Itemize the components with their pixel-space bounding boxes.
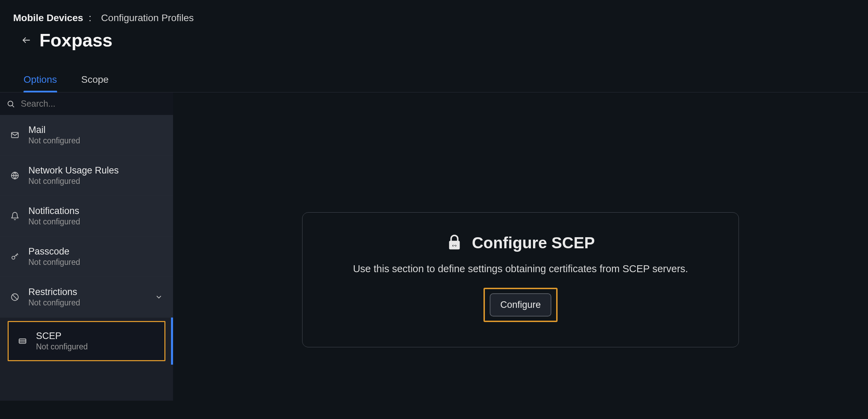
breadcrumb-separator: : <box>89 12 91 24</box>
sidebar-item-notifications[interactable]: Notifications Not configured <box>0 196 173 237</box>
sidebar-item-mail[interactable]: Mail Not configured <box>0 115 173 155</box>
card-description: Use this section to define settings obta… <box>323 262 718 276</box>
bell-icon <box>10 212 19 221</box>
sidebar-item-sub: Not configured <box>28 258 163 267</box>
sidebar-item-scep[interactable]: SCEP Not configured <box>8 321 165 361</box>
sidebar-item-title: Mail <box>28 125 163 135</box>
svg-line-11 <box>12 295 17 300</box>
sidebar-item-text: SCEP Not configured <box>36 331 155 351</box>
breadcrumb-leaf[interactable]: Configuration Profiles <box>101 12 194 24</box>
sidebar-item-passcode[interactable]: Passcode Not configured <box>0 237 173 277</box>
sidebar: Mail Not configured Network Usage Rules … <box>0 92 173 401</box>
sidebar-item-title: Restrictions <box>28 287 146 297</box>
svg-line-8 <box>17 254 18 255</box>
svg-point-1 <box>8 101 13 106</box>
sidebar-item-sub: Not configured <box>28 217 163 226</box>
svg-line-9 <box>16 255 17 256</box>
chevron-down-icon[interactable] <box>155 293 163 301</box>
svg-text:‹·›: ‹·› <box>452 243 457 248</box>
configure-button-highlight: Configure <box>483 288 557 322</box>
content: Mail Not configured Network Usage Rules … <box>0 92 868 401</box>
mail-icon <box>10 131 19 140</box>
sidebar-item-sub: Not configured <box>28 136 163 145</box>
config-card: ‹·› Configure SCEP Use this section to d… <box>302 212 739 347</box>
tabbar: Options Scope <box>0 68 868 92</box>
card-icon <box>18 337 27 346</box>
sidebar-item-sub: Not configured <box>28 177 163 186</box>
card-title: Configure SCEP <box>472 233 595 252</box>
block-icon <box>10 293 19 302</box>
svg-rect-12 <box>19 339 26 344</box>
main-panel: ‹·› Configure SCEP Use this section to d… <box>173 92 868 401</box>
sidebar-item-sub: Not configured <box>36 342 155 351</box>
globe-icon <box>10 171 19 180</box>
tab-options[interactable]: Options <box>24 68 57 92</box>
key-icon <box>10 252 19 261</box>
sidebar-item-text: Notifications Not configured <box>28 206 163 226</box>
svg-line-2 <box>12 105 14 107</box>
tab-scope[interactable]: Scope <box>81 68 109 92</box>
sidebar-item-text: Network Usage Rules Not configured <box>28 165 163 186</box>
header: Mobile Devices : Configuration Profiles … <box>0 0 868 61</box>
search-icon <box>6 99 15 108</box>
search-row <box>0 92 173 115</box>
sidebar-item-title: Passcode <box>28 246 163 257</box>
sidebar-item-text: Passcode Not configured <box>28 246 163 267</box>
sidebar-item-text: Restrictions Not configured <box>28 287 146 307</box>
search-input[interactable] <box>21 99 167 109</box>
lock-icon: ‹·› <box>446 233 463 252</box>
sidebar-item-text: Mail Not configured <box>28 125 163 145</box>
breadcrumb-root[interactable]: Mobile Devices <box>13 12 83 24</box>
sidebar-item-title: SCEP <box>36 331 155 341</box>
sidebar-item-title: Network Usage Rules <box>28 165 163 176</box>
sidebar-item-restrictions[interactable]: Restrictions Not configured <box>0 277 173 318</box>
sidebar-item-title: Notifications <box>28 206 163 216</box>
breadcrumb: Mobile Devices : Configuration Profiles <box>13 12 855 24</box>
configure-button[interactable]: Configure <box>490 293 551 317</box>
title-row: Foxpass <box>13 30 855 51</box>
back-arrow-icon[interactable] <box>21 35 31 45</box>
sidebar-item-network-usage-rules[interactable]: Network Usage Rules Not configured <box>0 155 173 196</box>
page-title: Foxpass <box>39 30 112 51</box>
sidebar-item-sub: Not configured <box>28 298 146 307</box>
